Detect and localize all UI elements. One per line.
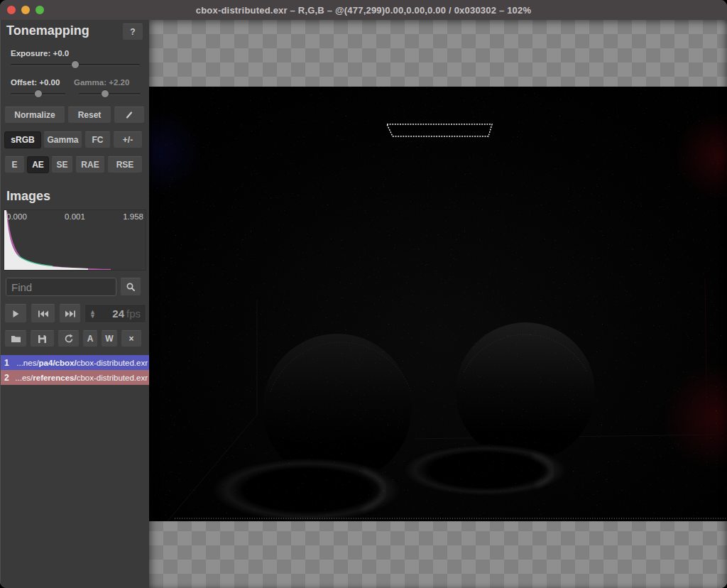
image-list-item-selected[interactable]: 1 ...nes/pa4/cbox/cbox-distributed.exr [1, 355, 150, 370]
next-image-button[interactable] [59, 304, 81, 323]
tonemap-mode-srgb[interactable]: sRGB [4, 131, 41, 148]
rendered-exr-image[interactable] [149, 87, 727, 521]
minimize-window-button[interactable] [21, 6, 30, 14]
close-window-button[interactable] [7, 6, 16, 14]
pick-button[interactable] [114, 107, 145, 124]
help-button[interactable]: ? [122, 23, 143, 40]
tonemap-mode-fc[interactable]: FC [84, 131, 111, 148]
fps-value[interactable]: 24 [112, 307, 124, 320]
image-list-item-reference[interactable]: 2 ...es/references/cbox-distributed.exr [1, 370, 150, 385]
window-title: cbox-distributed.exr – R,G,B – @(477,299… [196, 5, 531, 16]
gamma-slider-handle[interactable] [101, 89, 109, 98]
metric-e[interactable]: E [4, 156, 25, 173]
metric-rse[interactable]: RSE [107, 156, 143, 173]
cornell-box-render [149, 87, 727, 521]
histogram-min: 0.000 [6, 212, 27, 221]
play-icon [11, 310, 20, 318]
image-path: ...nes/pa4/cbox/cbox-distributed.exr [16, 359, 150, 367]
image-index: 2 [4, 373, 9, 383]
metric-rae[interactable]: RAE [75, 156, 105, 173]
reset-button[interactable]: Reset [67, 107, 111, 124]
fps-unit-label: fps [126, 307, 141, 320]
zoom-window-button[interactable] [35, 6, 44, 14]
fps-spinner[interactable]: ▲▼ 24 fps [84, 304, 146, 323]
images-section-title: Images [6, 189, 50, 204]
histogram-mid: 0.001 [65, 212, 85, 221]
save-file-button[interactable] [30, 330, 55, 347]
histogram-max: 1.958 [123, 212, 143, 221]
offset-slider-handle[interactable] [34, 89, 43, 98]
previous-image-button[interactable] [31, 304, 55, 323]
exposure-label: Exposure: +0.0 [11, 49, 69, 58]
image-viewer-canvas[interactable] [149, 20, 727, 588]
metric-ae[interactable]: AE [27, 156, 49, 173]
histogram-panel: 0.000 0.001 1.958 [4, 209, 146, 271]
metric-se[interactable]: SE [51, 156, 73, 173]
offset-label: Offset: +0.00 [11, 78, 60, 87]
reload-icon [64, 334, 74, 344]
gamma-slider-track [79, 93, 141, 95]
play-button[interactable] [4, 304, 27, 323]
offset-slider[interactable] [11, 89, 65, 98]
watch-files-button[interactable]: W [101, 330, 118, 347]
sidebar: Tonemapping ? Exposure: +0.0 Offset: +0.… [0, 20, 149, 588]
skip-back-icon [38, 310, 49, 318]
reload-all-button[interactable]: A [82, 330, 98, 347]
open-file-button[interactable] [4, 330, 27, 347]
fps-stepper-icon[interactable]: ▲▼ [89, 310, 96, 318]
reload-button[interactable] [58, 330, 80, 347]
exposure-slider-handle[interactable] [71, 60, 80, 69]
normalize-button[interactable]: Normalize [4, 107, 65, 124]
pen-icon [124, 110, 134, 120]
search-button[interactable] [120, 278, 141, 296]
skip-forward-icon [65, 310, 76, 318]
find-input[interactable] [6, 278, 116, 296]
save-icon [38, 334, 47, 344]
image-list: 1 ...nes/pa4/cbox/cbox-distributed.exr 2… [1, 355, 150, 385]
tonemap-mode-gamma[interactable]: Gamma [43, 131, 82, 148]
image-path: ...es/references/cbox-distributed.exr [15, 374, 150, 382]
tonemapping-section-title: Tonemapping [6, 23, 89, 38]
tev-window: cbox-distributed.exr – R,G,B – @(477,299… [0, 0, 727, 588]
traffic-lights [7, 6, 44, 14]
gamma-label: Gamma: +2.20 [74, 78, 129, 87]
tonemap-mode-plusminus[interactable]: +/- [113, 131, 143, 148]
folder-icon [11, 334, 21, 343]
gamma-slider[interactable] [79, 89, 141, 98]
close-image-button[interactable]: × [121, 330, 142, 347]
exposure-slider[interactable] [11, 60, 140, 69]
image-index: 1 [4, 358, 9, 368]
search-icon [126, 282, 136, 292]
titlebar[interactable]: cbox-distributed.exr – R,G,B – @(477,299… [0, 0, 727, 20]
